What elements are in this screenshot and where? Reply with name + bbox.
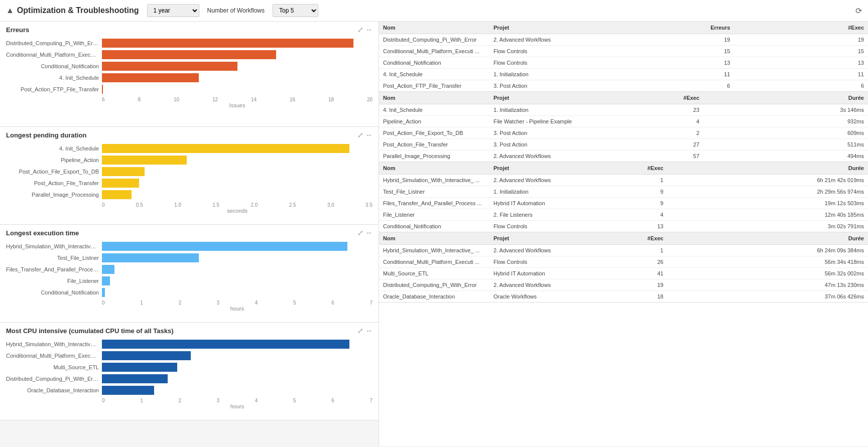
execution-bars: Hybrid_Simulation_With_Interactive_...Te… xyxy=(6,240,373,299)
table-cell: 2. Advanced Workflows xyxy=(489,279,580,291)
table-cell: Oracle_Database_Interaction xyxy=(379,291,489,303)
bar-container xyxy=(102,156,373,165)
x-tick-label: 0 xyxy=(102,398,105,403)
table-cell: Conditional_Notification xyxy=(379,221,489,232)
bar xyxy=(102,179,139,188)
x-tick-label: 7 xyxy=(369,300,373,306)
bar-row: 4. Init_Schedule xyxy=(6,144,373,153)
bar xyxy=(102,73,199,82)
table-header-nom: Nom xyxy=(379,162,489,175)
execution-x-title: hours xyxy=(102,306,373,312)
table-row: 4. Init_Schedule1. Initialization233s 14… xyxy=(379,104,868,116)
erreurs-x-axis: 68101214161820 xyxy=(102,96,373,102)
cpu-chart-section: Most CPU intensive (cumulated CPU time o… xyxy=(0,323,379,420)
execution-table: NomProjet#ExecDuréeHybrid_Simulation_Wit… xyxy=(379,162,868,232)
bar-container xyxy=(102,73,373,82)
header: ▲ Optimization & Troubleshooting 1 year … xyxy=(0,0,868,22)
expand-icon-cpu[interactable]: ⤢ xyxy=(357,327,363,335)
cpu-table: NomProjet#ExecDuréeHybrid_Simulation_Wit… xyxy=(379,232,868,302)
expand-icon[interactable]: ⤢ xyxy=(357,26,363,34)
x-tick-label: 2 xyxy=(178,300,181,306)
table-row: Pipeline_ActionFile Watcher - Pipeline E… xyxy=(379,116,868,127)
menu-icon[interactable]: ↔ xyxy=(365,26,373,34)
table-cell: 41 xyxy=(580,268,667,279)
table-row: Test_File_Listner1. Initialization92h 29… xyxy=(379,186,868,198)
table-cell: Hybrid IT Automation xyxy=(489,198,580,209)
x-tick-label: 2.0 xyxy=(251,202,258,208)
table-cell: Flow Controls xyxy=(489,256,580,268)
bar-container xyxy=(102,265,373,274)
table-cell: 6 xyxy=(734,80,868,92)
table-cell: 2. File Listeners xyxy=(489,209,580,221)
top-select[interactable]: Top 5 Top 10 Top 20 xyxy=(273,4,318,17)
expand-icon-exec[interactable]: ⤢ xyxy=(357,229,363,237)
table-cell: Flow Controls xyxy=(489,57,580,69)
bar-container xyxy=(102,340,373,349)
table-row: Post_Action_File_Transfer3. Post Action2… xyxy=(379,139,868,151)
erreurs-x-title: Issues xyxy=(102,102,373,108)
table-cell: 11 xyxy=(580,69,734,80)
bar-container xyxy=(102,39,373,48)
erreurs-table-section: NomProjetErreurs#ExecDistributed_Computi… xyxy=(379,22,868,92)
bar-container xyxy=(102,242,373,251)
menu-icon-exec[interactable]: ↔ xyxy=(365,229,373,237)
menu-icon-cpu[interactable]: ↔ xyxy=(365,327,373,335)
bar-label: Multi_Source_ETL xyxy=(6,364,99,370)
bar-container xyxy=(102,144,373,153)
table-row: Conditionnal_Multi_Platform_Executi ...F… xyxy=(379,46,868,57)
table-header-projet: Projet xyxy=(489,92,580,104)
x-tick-label: 1.5 xyxy=(212,202,219,208)
table-cell: Hybrid_Simulation_With_Interactive_ ... xyxy=(379,245,489,256)
left-panel: Erreurs ⤢ ↔ Distributed_Computing_Pi_Wit… xyxy=(0,22,379,446)
bar-label: Conditionnal_Multi_Platform_Executi... xyxy=(6,52,99,58)
period-select[interactable]: 1 year 6 months 3 months 1 month xyxy=(147,4,199,17)
x-tick-label: 6 xyxy=(331,398,334,403)
bar xyxy=(102,351,191,360)
table-cell: 11 xyxy=(734,69,868,80)
table-cell: 1. Initialization xyxy=(489,69,580,80)
bar-row: Distributed_Computing_Pi_With_Error... xyxy=(6,374,373,383)
menu-icon-pending[interactable]: ↔ xyxy=(365,131,373,139)
bar-row: Conditionnal_Multi_Platform_Executi... xyxy=(6,351,373,360)
expand-icon-pending[interactable]: ⤢ xyxy=(357,131,363,139)
table-header-durée: Durée xyxy=(667,232,868,245)
bar-container xyxy=(102,179,373,188)
table-cell: 511ms xyxy=(703,139,868,151)
table-cell: 3. Post Action xyxy=(489,127,580,139)
bar-label: Post_Action_File_Transfer xyxy=(6,180,99,186)
table-row: Conditional_NotificationFlow Controls131… xyxy=(379,57,868,69)
table-row: Parallel_Image_Processing2. Advanced Wor… xyxy=(379,151,868,162)
table-cell: 56m 34s 418ms xyxy=(667,256,868,268)
x-tick-label: 5 xyxy=(293,398,296,403)
table-header-durée: Durée xyxy=(667,162,868,175)
bar-label: File_Listener xyxy=(6,278,99,284)
bar-row: Hybrid_Simulation_With_Interactive_... xyxy=(6,340,373,349)
table-header-nom: Nom xyxy=(379,92,489,104)
x-tick-label: 18 xyxy=(328,97,334,102)
cpu-bars: Hybrid_Simulation_With_Interactive_...Co… xyxy=(6,338,373,397)
refresh-button[interactable]: ⟳ xyxy=(855,6,862,16)
table-cell: 932ms xyxy=(703,116,868,127)
bar-container xyxy=(102,386,373,395)
erreurs-header: Erreurs ⤢ ↔ xyxy=(6,26,373,34)
table-row: Distributed_Computing_Pi_With_Error2. Ad… xyxy=(379,34,868,46)
bar-label: Post_Action_FTP_File_Transfer xyxy=(6,86,99,92)
table-header-nom: Nom xyxy=(379,232,489,245)
table-header-projet: Projet xyxy=(489,232,580,245)
pending-x-title: seconds xyxy=(102,208,373,214)
execution-title: Longest execution time xyxy=(6,229,79,237)
table-cell: 19 xyxy=(734,34,868,46)
execution-x-axis: 01234567 xyxy=(102,299,373,306)
bar-label: Conditional_Notification xyxy=(6,63,99,69)
table-cell: 23 xyxy=(580,104,703,116)
pending-bars: 4. Init_SchedulePipeline_ActionPost_Acti… xyxy=(6,142,373,201)
table-cell: 3. Post Action xyxy=(489,139,580,151)
table-row: Post_Action_File_Export_To_DB3. Post Act… xyxy=(379,127,868,139)
table-cell: 19 xyxy=(580,279,667,291)
pending-title: Longest pending duration xyxy=(6,131,86,139)
table-header-projet: Projet xyxy=(489,162,580,175)
table-cell: 2h 29m 56s 974ms xyxy=(667,186,868,198)
bar xyxy=(102,276,110,285)
bar-row: Oracle_Database_Interaction xyxy=(6,386,373,395)
cpu-title: Most CPU intensive (cumulated CPU time o… xyxy=(6,327,174,335)
